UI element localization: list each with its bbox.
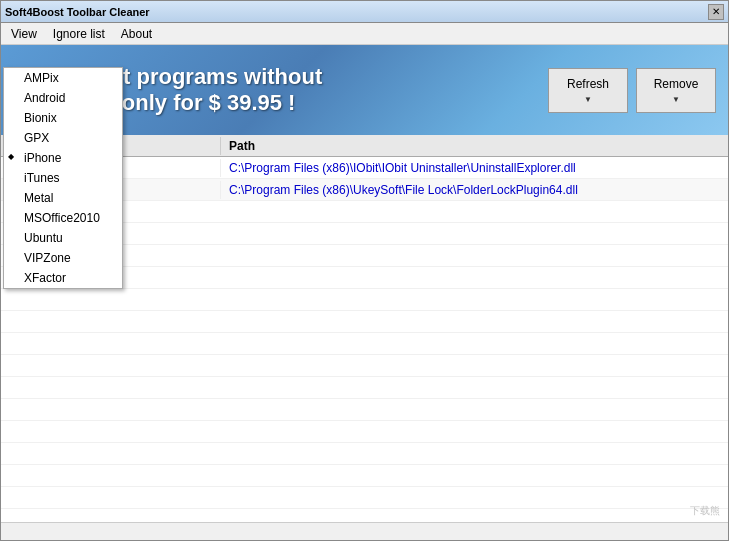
dropdown-item-vipzone[interactable]: VIPZone — [4, 248, 122, 268]
empty-row — [1, 421, 728, 443]
empty-row — [1, 311, 728, 333]
action-buttons: Refresh ▼ Remove ▼ — [548, 68, 716, 113]
main-window: Soft4Boost Toolbar Cleaner ✕ View Ignore… — [0, 0, 729, 541]
dropdown-item-gpx[interactable]: GPX — [4, 128, 122, 148]
dropdown-item-msoffice2010[interactable]: MSOffice2010 — [4, 208, 122, 228]
menu-item-about[interactable]: About — [113, 25, 160, 43]
cell-path-1: C:\Program Files (x86)\IObit\IObit Unins… — [221, 159, 728, 177]
column-header-path: Path — [221, 137, 728, 155]
remove-button[interactable]: Remove ▼ — [636, 68, 716, 113]
status-bar — [1, 522, 728, 540]
close-button[interactable]: ✕ — [708, 4, 724, 20]
refresh-arrow-icon: ▼ — [584, 95, 592, 104]
refresh-label: Refresh — [567, 77, 609, 91]
window-title: Soft4Boost Toolbar Cleaner — [5, 6, 150, 18]
remove-arrow-icon: ▼ — [672, 95, 680, 104]
empty-row — [1, 333, 728, 355]
dropdown-item-android[interactable]: Android — [4, 88, 122, 108]
empty-row — [1, 399, 728, 421]
title-bar: Soft4Boost Toolbar Cleaner ✕ — [1, 1, 728, 23]
watermark: 下载熊 — [690, 504, 720, 518]
menu-bar: View Ignore list About — [1, 23, 728, 45]
empty-row — [1, 377, 728, 399]
content-area: Soft4Boost programs withoutactivation on… — [1, 45, 728, 522]
dropdown-item-ampix[interactable]: AMPix — [4, 68, 122, 88]
dropdown-item-bionix[interactable]: Bionix — [4, 108, 122, 128]
menu-item-ignore-list[interactable]: Ignore list — [45, 25, 113, 43]
cell-path-2: C:\Program Files (x86)\UkeySoft\File Loc… — [221, 181, 728, 199]
dropdown-item-iphone[interactable]: iPhone — [4, 148, 122, 168]
dropdown-item-ubuntu[interactable]: Ubuntu — [4, 228, 122, 248]
dropdown-item-itunes[interactable]: iTunes — [4, 168, 122, 188]
empty-row — [1, 289, 728, 311]
dropdown-item-xfactor[interactable]: XFactor — [4, 268, 122, 288]
view-dropdown-menu[interactable]: AMPix Android Bionix GPX iPhone iTunes M… — [3, 67, 123, 289]
dropdown-item-metal[interactable]: Metal — [4, 188, 122, 208]
empty-row — [1, 443, 728, 465]
menu-item-view[interactable]: View — [3, 25, 45, 43]
remove-label: Remove — [654, 77, 699, 91]
empty-row — [1, 487, 728, 509]
empty-row — [1, 355, 728, 377]
empty-row — [1, 465, 728, 487]
refresh-button[interactable]: Refresh ▼ — [548, 68, 628, 113]
